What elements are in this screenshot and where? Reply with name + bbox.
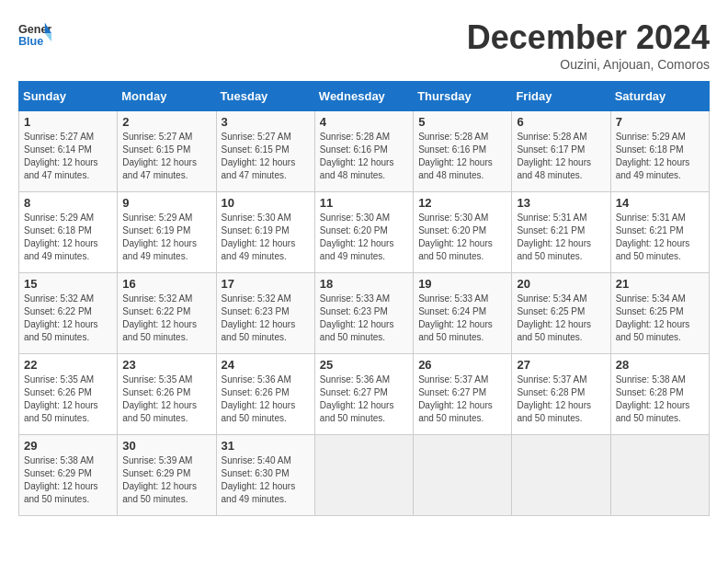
day-cell: 1Sunrise: 5:27 AMSunset: 6:14 PMDaylight…: [19, 111, 118, 192]
day-info: Sunrise: 5:32 AMSunset: 6:22 PMDaylight:…: [122, 293, 210, 344]
header-cell-wednesday: Wednesday: [314, 82, 413, 111]
day-cell: [610, 435, 709, 516]
day-number: 7: [616, 115, 704, 129]
day-cell: 22Sunrise: 5:35 AMSunset: 6:26 PMDayligh…: [19, 354, 118, 435]
day-cell: 19Sunrise: 5:33 AMSunset: 6:24 PMDayligh…: [414, 273, 512, 354]
svg-text:Blue: Blue: [18, 35, 43, 48]
day-number: 30: [122, 439, 210, 453]
day-number: 22: [24, 358, 112, 372]
day-info: Sunrise: 5:29 AMSunset: 6:18 PMDaylight:…: [24, 212, 112, 263]
day-info: Sunrise: 5:29 AMSunset: 6:18 PMDaylight:…: [616, 131, 704, 182]
day-cell: 10Sunrise: 5:30 AMSunset: 6:19 PMDayligh…: [216, 192, 314, 273]
day-number: 29: [24, 439, 112, 453]
day-cell: 14Sunrise: 5:31 AMSunset: 6:21 PMDayligh…: [610, 192, 709, 273]
day-number: 16: [122, 277, 210, 291]
day-cell: 2Sunrise: 5:27 AMSunset: 6:15 PMDaylight…: [118, 111, 216, 192]
day-cell: [314, 435, 413, 516]
day-cell: 3Sunrise: 5:27 AMSunset: 6:15 PMDaylight…: [216, 111, 314, 192]
day-number: 10: [222, 196, 310, 210]
day-info: Sunrise: 5:37 AMSunset: 6:28 PMDaylight:…: [517, 373, 605, 425]
day-number: 15: [24, 277, 112, 291]
logo-icon: General Blue: [18, 18, 51, 52]
day-info: Sunrise: 5:31 AMSunset: 6:21 PMDaylight:…: [616, 212, 704, 263]
day-info: Sunrise: 5:35 AMSunset: 6:26 PMDaylight:…: [24, 373, 112, 425]
day-number: 3: [222, 115, 310, 129]
day-number: 26: [418, 358, 506, 372]
day-cell: 23Sunrise: 5:35 AMSunset: 6:26 PMDayligh…: [118, 354, 216, 435]
day-number: 19: [418, 277, 506, 291]
day-cell: 28Sunrise: 5:38 AMSunset: 6:28 PMDayligh…: [610, 354, 709, 435]
day-info: Sunrise: 5:35 AMSunset: 6:26 PMDaylight:…: [122, 373, 210, 425]
day-info: Sunrise: 5:33 AMSunset: 6:24 PMDaylight:…: [418, 293, 506, 344]
day-cell: 17Sunrise: 5:32 AMSunset: 6:23 PMDayligh…: [216, 273, 314, 354]
day-cell: 30Sunrise: 5:39 AMSunset: 6:29 PMDayligh…: [118, 435, 216, 516]
day-cell: 7Sunrise: 5:29 AMSunset: 6:18 PMDaylight…: [610, 111, 709, 192]
day-info: Sunrise: 5:36 AMSunset: 6:26 PMDaylight:…: [222, 373, 310, 425]
day-cell: 15Sunrise: 5:32 AMSunset: 6:22 PMDayligh…: [19, 273, 118, 354]
day-info: Sunrise: 5:34 AMSunset: 6:25 PMDaylight:…: [517, 293, 605, 344]
header-cell-tuesday: Tuesday: [216, 82, 314, 111]
day-info: Sunrise: 5:37 AMSunset: 6:27 PMDaylight:…: [418, 373, 506, 425]
logo: General Blue: [18, 18, 51, 52]
day-cell: 13Sunrise: 5:31 AMSunset: 6:21 PMDayligh…: [512, 192, 610, 273]
week-row-1: 1Sunrise: 5:27 AMSunset: 6:14 PMDaylight…: [19, 111, 710, 192]
day-number: 4: [320, 115, 408, 129]
header-row: SundayMondayTuesdayWednesdayThursdayFrid…: [19, 82, 710, 111]
week-row-4: 22Sunrise: 5:35 AMSunset: 6:26 PMDayligh…: [19, 354, 710, 435]
day-number: 28: [616, 358, 704, 372]
day-number: 25: [320, 358, 408, 372]
header-cell-friday: Friday: [512, 82, 610, 111]
day-cell: 5Sunrise: 5:28 AMSunset: 6:16 PMDaylight…: [414, 111, 512, 192]
header-cell-saturday: Saturday: [610, 82, 709, 111]
day-number: 27: [517, 358, 605, 372]
day-number: 20: [517, 277, 605, 291]
day-number: 18: [320, 277, 408, 291]
day-info: Sunrise: 5:27 AMSunset: 6:15 PMDaylight:…: [222, 131, 310, 182]
day-number: 8: [24, 196, 112, 210]
day-number: 21: [616, 277, 704, 291]
calendar-table: SundayMondayTuesdayWednesdayThursdayFrid…: [18, 81, 710, 516]
title-block: December 2024 Ouzini, Anjouan, Comoros: [467, 18, 710, 72]
page-header: General Blue December 2024 Ouzini, Anjou…: [18, 18, 710, 72]
day-info: Sunrise: 5:30 AMSunset: 6:19 PMDaylight:…: [222, 212, 310, 263]
day-number: 14: [616, 196, 704, 210]
week-row-5: 29Sunrise: 5:38 AMSunset: 6:29 PMDayligh…: [19, 435, 710, 516]
svg-marker-3: [45, 33, 51, 41]
day-cell: 31Sunrise: 5:40 AMSunset: 6:30 PMDayligh…: [216, 435, 314, 516]
day-cell: 21Sunrise: 5:34 AMSunset: 6:25 PMDayligh…: [610, 273, 709, 354]
day-cell: 27Sunrise: 5:37 AMSunset: 6:28 PMDayligh…: [512, 354, 610, 435]
day-cell: 29Sunrise: 5:38 AMSunset: 6:29 PMDayligh…: [19, 435, 118, 516]
day-info: Sunrise: 5:38 AMSunset: 6:29 PMDaylight:…: [24, 454, 112, 506]
day-info: Sunrise: 5:27 AMSunset: 6:15 PMDaylight:…: [122, 131, 210, 182]
day-info: Sunrise: 5:39 AMSunset: 6:29 PMDaylight:…: [122, 454, 210, 506]
day-cell: 16Sunrise: 5:32 AMSunset: 6:22 PMDayligh…: [118, 273, 216, 354]
day-number: 13: [517, 196, 605, 210]
day-cell: 26Sunrise: 5:37 AMSunset: 6:27 PMDayligh…: [414, 354, 512, 435]
day-info: Sunrise: 5:33 AMSunset: 6:23 PMDaylight:…: [320, 293, 408, 344]
day-cell: 24Sunrise: 5:36 AMSunset: 6:26 PMDayligh…: [216, 354, 314, 435]
day-info: Sunrise: 5:29 AMSunset: 6:19 PMDaylight:…: [122, 212, 210, 263]
day-info: Sunrise: 5:32 AMSunset: 6:22 PMDaylight:…: [24, 293, 112, 344]
day-info: Sunrise: 5:30 AMSunset: 6:20 PMDaylight:…: [320, 212, 408, 263]
day-info: Sunrise: 5:30 AMSunset: 6:20 PMDaylight:…: [418, 212, 506, 263]
day-number: 12: [418, 196, 506, 210]
week-row-2: 8Sunrise: 5:29 AMSunset: 6:18 PMDaylight…: [19, 192, 710, 273]
day-info: Sunrise: 5:31 AMSunset: 6:21 PMDaylight:…: [517, 212, 605, 263]
day-number: 23: [122, 358, 210, 372]
day-cell: 6Sunrise: 5:28 AMSunset: 6:17 PMDaylight…: [512, 111, 610, 192]
day-number: 2: [122, 115, 210, 129]
day-info: Sunrise: 5:38 AMSunset: 6:28 PMDaylight:…: [616, 373, 704, 425]
day-cell: [512, 435, 610, 516]
day-number: 5: [418, 115, 506, 129]
day-cell: 20Sunrise: 5:34 AMSunset: 6:25 PMDayligh…: [512, 273, 610, 354]
day-cell: 18Sunrise: 5:33 AMSunset: 6:23 PMDayligh…: [314, 273, 413, 354]
day-cell: 11Sunrise: 5:30 AMSunset: 6:20 PMDayligh…: [314, 192, 413, 273]
month-title: December 2024: [467, 18, 710, 57]
day-number: 31: [222, 439, 310, 453]
day-info: Sunrise: 5:32 AMSunset: 6:23 PMDaylight:…: [222, 293, 310, 344]
day-info: Sunrise: 5:34 AMSunset: 6:25 PMDaylight:…: [616, 293, 704, 344]
day-info: Sunrise: 5:28 AMSunset: 6:17 PMDaylight:…: [517, 131, 605, 182]
day-number: 6: [517, 115, 605, 129]
day-cell: 9Sunrise: 5:29 AMSunset: 6:19 PMDaylight…: [118, 192, 216, 273]
day-cell: 8Sunrise: 5:29 AMSunset: 6:18 PMDaylight…: [19, 192, 118, 273]
